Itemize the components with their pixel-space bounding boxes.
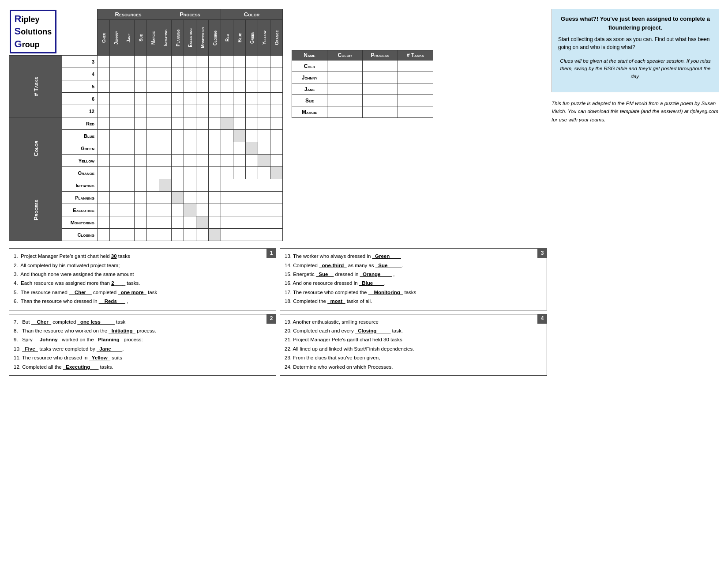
- clue-number-4: 4: [537, 314, 547, 324]
- process-row-initiating: Process Initiating: [9, 179, 283, 192]
- ans-process-jane[interactable]: [363, 83, 398, 95]
- row-label-planning: Planning: [62, 192, 98, 204]
- col-jane: Jane: [122, 20, 135, 56]
- ans-header-color: Color: [327, 50, 363, 60]
- row-label-5: 5: [62, 80, 98, 93]
- clue-box-2: 2 7. But __Cher_ completed _one less____…: [9, 314, 276, 376]
- col-closing: Closing: [209, 20, 221, 56]
- ans-header-name: Name: [292, 50, 327, 60]
- row-label-monitoring: Monitoring: [62, 216, 98, 229]
- logo: Ripley Solutions Group: [10, 10, 57, 54]
- info-body3: This fun puzzle is adapted to the PM wor…: [552, 99, 719, 124]
- puzzle-grid-container: Ripley Solutions Group Resources Process…: [9, 9, 283, 241]
- ans-process-johnny[interactable]: [363, 72, 398, 83]
- col-green: Green: [246, 20, 258, 56]
- left-section: Ripley Solutions Group Resources Process…: [9, 9, 547, 376]
- clue-number-1: 1: [266, 248, 276, 258]
- row-label-yellow: Yellow: [62, 155, 98, 167]
- clue-box-3: 3 13. The worker who always dressed in _…: [280, 248, 547, 310]
- process-side-header: Process: [9, 179, 62, 241]
- row-label-initiating: Initiating: [62, 179, 98, 192]
- row-label-3: 3: [62, 56, 98, 68]
- info-body1: Start collecting data as soon as you can…: [558, 35, 713, 51]
- tasks-row-3: # Tasks 3: [9, 56, 283, 68]
- info-box-main: Guess what?! You've just been assigned t…: [552, 9, 719, 92]
- row-label-blue: Blue: [62, 130, 98, 142]
- clue-number-2: 2: [266, 314, 276, 324]
- col-blue: Blue: [233, 20, 246, 56]
- tasks-side-header: # Tasks: [9, 56, 62, 117]
- ans-color-marcie[interactable]: [327, 106, 363, 118]
- col-cher: Cher: [98, 20, 110, 56]
- clue-section: 1 1. Project Manager Pete's gantt chart …: [9, 248, 547, 376]
- ans-process-marcie[interactable]: [363, 106, 398, 118]
- clue-box-1: 1 1. Project Manager Pete's gantt chart …: [9, 248, 276, 310]
- row-label-red: Red: [62, 117, 98, 130]
- row-label-4: 4: [62, 68, 98, 80]
- answer-row-jane: Jane: [292, 83, 433, 95]
- col-red: Red: [221, 20, 233, 56]
- col-initiating: Initiating: [159, 20, 172, 56]
- info-headline: Guess what?! You've just been assigned t…: [558, 15, 713, 32]
- answer-row-marcie: Marcie: [292, 106, 433, 118]
- puzzle-grid: Ripley Solutions Group Resources Process…: [9, 9, 283, 241]
- process-header: Process: [159, 9, 221, 20]
- col-johnny: Johnny: [110, 20, 122, 56]
- col-orange: Orange: [270, 20, 283, 56]
- col-yellow: Yellow: [258, 20, 270, 56]
- color-row-red: Color Red: [9, 117, 283, 130]
- ans-header-process: Process: [363, 50, 398, 60]
- color-side-header: Color: [9, 117, 62, 179]
- ans-color-johnny[interactable]: [327, 72, 363, 83]
- ans-name-marcie: Marcie: [292, 106, 327, 118]
- row-label-6: 6: [62, 93, 98, 105]
- ans-process-cher[interactable]: [363, 60, 398, 72]
- clue-number-3: 3: [537, 248, 547, 258]
- ans-tasks-marcie[interactable]: [398, 106, 433, 118]
- resources-header: Resources: [98, 9, 159, 20]
- ans-color-cher[interactable]: [327, 60, 363, 72]
- row-label-closing: Closing: [62, 229, 98, 241]
- col-marcie: Marcie: [147, 20, 159, 56]
- right-section: Guess what?! You've just been assigned t…: [552, 9, 719, 376]
- col-planning: Planning: [172, 20, 184, 56]
- row-label-orange: Orange: [62, 167, 98, 179]
- row-label-12: 12: [62, 105, 98, 117]
- ans-tasks-cher[interactable]: [398, 60, 433, 72]
- row-label-executing: Executing: [62, 204, 98, 216]
- row-label-green: Green: [62, 142, 98, 155]
- ans-tasks-sue[interactable]: [398, 95, 433, 106]
- answer-table-container: Name Color Process # Tasks Cher: [292, 46, 433, 118]
- answer-row-sue: Sue: [292, 95, 433, 106]
- ans-name-sue: Sue: [292, 95, 327, 106]
- col-executing: Executing: [184, 20, 196, 56]
- ans-process-sue[interactable]: [363, 95, 398, 106]
- ans-name-johnny: Johnny: [292, 72, 327, 83]
- col-sue: Sue: [135, 20, 147, 56]
- ans-tasks-jane[interactable]: [398, 83, 433, 95]
- ans-tasks-johnny[interactable]: [398, 72, 433, 83]
- ans-name-cher: Cher: [292, 60, 327, 72]
- ans-color-sue[interactable]: [327, 95, 363, 106]
- color-header-top: Color: [221, 9, 283, 20]
- ans-header-tasks: # Tasks: [398, 50, 433, 60]
- answer-table: Name Color Process # Tasks Cher: [292, 50, 433, 118]
- ans-name-jane: Jane: [292, 83, 327, 95]
- page: Ripley Solutions Group Resources Process…: [9, 9, 719, 376]
- answer-row-johnny: Johnny: [292, 72, 433, 83]
- info-body2: Clues will be given at the start of each…: [558, 55, 713, 83]
- col-monitoring: Monitoring: [196, 20, 209, 56]
- puzzle-and-answer-area: Ripley Solutions Group Resources Process…: [9, 9, 547, 241]
- answer-row-cher: Cher: [292, 60, 433, 72]
- ans-color-jane[interactable]: [327, 83, 363, 95]
- clue-box-4: 4 19. Another enthusiastic, smiling reso…: [280, 314, 547, 376]
